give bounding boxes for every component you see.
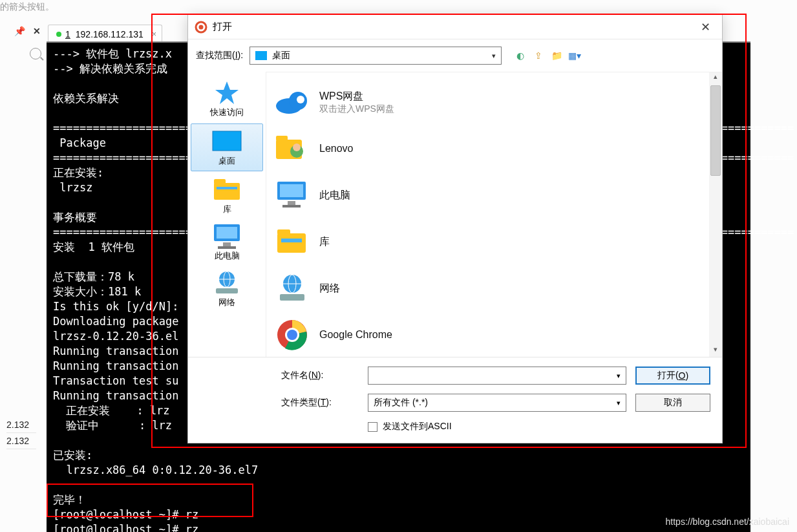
network-icon [274, 270, 310, 306]
tab-ip: 192.168.112.131 [76, 29, 143, 39]
svg-rect-27 [277, 233, 306, 253]
search-icon[interactable] [30, 48, 41, 59]
dialog-title: 打开 [213, 21, 232, 33]
sidebar-item-label: 网络 [191, 297, 263, 308]
item-title: 库 [319, 235, 330, 249]
svg-rect-11 [218, 246, 236, 249]
list-item[interactable]: WPS网盘双击进入WPS网盘 [270, 79, 705, 125]
svg-rect-29 [281, 239, 302, 242]
libraries-icon [191, 176, 263, 204]
lookin-label: 查找范围(I): [196, 50, 243, 61]
open-button[interactable]: 打开(O) [635, 367, 710, 385]
up-icon[interactable]: ⇪ [533, 50, 544, 61]
svg-rect-6 [214, 179, 226, 184]
ascii-checkbox[interactable] [368, 422, 377, 432]
item-title: Google Chrome [319, 329, 392, 341]
svg-rect-7 [217, 187, 237, 189]
svg-rect-31 [280, 294, 304, 301]
sidebar-item-label: 快速访问 [191, 107, 263, 118]
chevron-down-icon: ▾ [617, 372, 621, 380]
network-icon [191, 270, 263, 297]
scrollbar[interactable]: ▴ ▾ [709, 72, 722, 357]
svg-rect-13 [216, 288, 238, 293]
pin-icon[interactable]: 📌 [14, 26, 25, 36]
svg-rect-26 [282, 205, 301, 207]
view-menu-icon[interactable]: ▦▾ [569, 50, 580, 61]
close-icon[interactable]: ✕ [696, 20, 716, 34]
scroll-up-icon[interactable]: ▴ [709, 72, 722, 84]
lookin-value: 桌面 [272, 50, 290, 61]
svg-rect-28 [277, 229, 290, 235]
svg-point-22 [293, 144, 301, 151]
session-list: 2.132 2.132 [6, 417, 36, 449]
item-title: 网络 [319, 282, 340, 295]
list-item[interactable]: 此电脑 [270, 172, 705, 218]
item-title: WPS网盘 [319, 90, 394, 103]
desktop-icon [255, 51, 267, 60]
sidebar-item-label: 库 [191, 204, 263, 215]
svg-rect-5 [214, 183, 240, 200]
page-hint: 的箭头按钮。 [0, 1, 54, 13]
sidebar-item-thispc[interactable]: 此电脑 [188, 219, 266, 266]
tab-number: 1 [65, 29, 70, 39]
scroll-down-icon[interactable]: ▾ [709, 345, 722, 357]
svg-rect-3 [213, 131, 241, 151]
svg-rect-20 [276, 136, 288, 141]
terminal-tab[interactable]: 1 192.168.112.131 × [48, 25, 162, 43]
watermark: https://blog.csdn.net/xaiobaicai [666, 516, 789, 527]
svg-point-18 [297, 96, 304, 103]
filename-label: 文件名(N): [281, 370, 359, 381]
computer-icon [274, 177, 310, 213]
app-icon [195, 21, 207, 34]
filetype-combobox[interactable]: 所有文件 (*.*) ▾ [368, 394, 626, 412]
scroll-thumb[interactable] [710, 85, 721, 176]
open-file-dialog: 打开 ✕ 查找范围(I): 桌面 ▾ ◐ ⇪ 📁 ▦▾ 快速访问 桌面 [187, 14, 723, 443]
wps-cloud-icon [274, 84, 310, 120]
filename-input[interactable]: ▾ [368, 367, 626, 385]
svg-rect-10 [223, 242, 231, 246]
places-sidebar: 快速访问 桌面 库 此电脑 网络 [188, 72, 266, 357]
svg-point-1 [199, 25, 204, 29]
svg-rect-24 [280, 184, 303, 197]
libraries-icon [274, 224, 310, 260]
sidebar-item-desktop[interactable]: 桌面 [191, 123, 263, 171]
filetype-label: 文件类型(T): [281, 397, 359, 409]
back-icon[interactable]: ◐ [515, 50, 526, 61]
sidebar-item-quickaccess[interactable]: 快速访问 [188, 76, 266, 122]
chevron-down-icon: ▾ [617, 399, 621, 407]
svg-rect-9 [217, 227, 237, 239]
ascii-label: 发送文件到ASCII [383, 421, 452, 432]
cancel-button[interactable]: 取消 [635, 394, 710, 412]
search-icon-handle [40, 57, 43, 60]
sidebar-item-label: 此电脑 [191, 250, 263, 262]
tab-close-icon[interactable]: × [152, 30, 156, 39]
list-item[interactable]: 2.132 [6, 417, 36, 433]
item-subtitle: 双击进入WPS网盘 [319, 103, 394, 115]
new-folder-icon[interactable]: 📁 [551, 50, 562, 61]
lookin-row: 查找范围(I): 桌面 ▾ ◐ ⇪ 📁 ▦▾ [188, 39, 722, 72]
chrome-icon [274, 317, 310, 353]
status-dot-icon [56, 32, 61, 37]
chevron-down-icon: ▾ [492, 52, 496, 60]
list-item[interactable]: 库 [270, 218, 705, 265]
svg-marker-2 [215, 81, 239, 104]
filetype-value: 所有文件 (*.*) [374, 397, 428, 409]
list-item[interactable]: 网络 [270, 265, 705, 312]
svg-point-36 [287, 330, 297, 340]
pane-close-icon[interactable]: ✕ [33, 26, 41, 36]
desktop-icon [194, 128, 260, 155]
sidebar-item-label: 桌面 [194, 155, 260, 167]
quickaccess-icon [191, 80, 263, 107]
computer-icon [191, 223, 263, 250]
sidebar-item-libraries[interactable]: 库 [188, 173, 266, 219]
item-title: 此电脑 [319, 189, 350, 202]
dialog-titlebar: 打开 ✕ [188, 15, 722, 39]
file-list[interactable]: WPS网盘双击进入WPS网盘 Lenovo 此电脑 库 网络 [266, 72, 709, 357]
svg-rect-25 [288, 201, 295, 205]
item-title: Lenovo [319, 143, 354, 154]
list-item[interactable]: 2.132 [6, 433, 36, 449]
sidebar-item-network[interactable]: 网络 [188, 266, 266, 312]
list-item[interactable]: Lenovo [270, 125, 705, 172]
list-item[interactable]: Google Chrome [270, 312, 705, 357]
lookin-combobox[interactable]: 桌面 ▾ [250, 47, 502, 65]
